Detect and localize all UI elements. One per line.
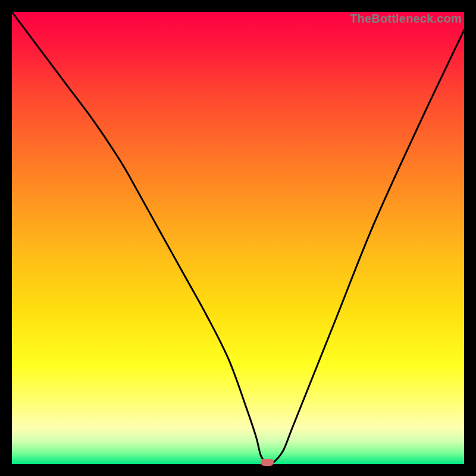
chart-frame: TheBottleneck.com (12, 12, 464, 464)
bottleneck-curve (12, 12, 464, 464)
watermark-text: TheBottleneck.com (350, 12, 462, 26)
optimal-marker (261, 459, 274, 466)
curve-path (12, 12, 464, 463)
